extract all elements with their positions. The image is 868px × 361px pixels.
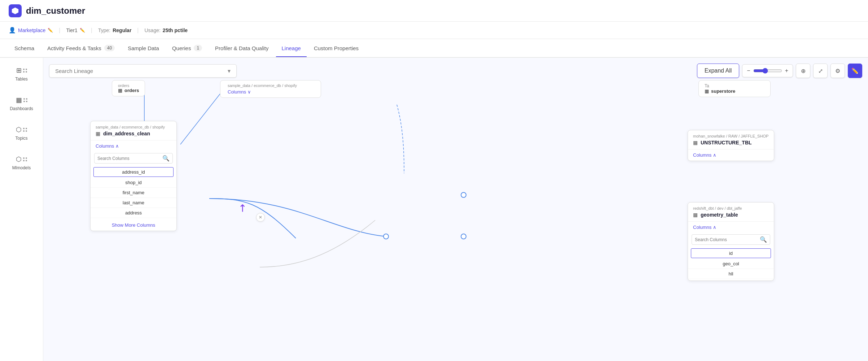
orders-node-partial: orders ▦ orders [112,80,145,96]
zoom-slider[interactable] [753,68,782,74]
arrow-indicator: ↗ [235,201,250,216]
edit-button[interactable]: ✏️ [848,64,862,78]
unstructure-chevron: ∧ [713,152,716,158]
column-hll: hll [688,269,774,279]
tier-meta: Tier1 ✏️ [66,27,85,33]
close-edge-button[interactable]: ✕ [256,213,265,222]
mlmodels-label: Mlmodels [12,165,31,170]
owner-edit-icon[interactable]: ✏️ [48,28,53,33]
unstructure-title: UNSTRUCTURE_TBL [701,140,752,145]
settings-icon: ⚙ [835,68,840,74]
unstructure-columns-toggle[interactable]: Columns ∧ [688,149,774,161]
search-columns-icon: 🔍 [162,155,170,162]
unstructure-header: mohan_snowfalke / RAW / JAFFLE_SHOP ▦ UN… [688,130,774,149]
search-dropdown-icon: ▾ [228,68,231,74]
sidebar-item-mlmodels[interactable]: ⬡ Mlmodels [8,152,35,173]
edit-icon: ✏️ [851,68,859,74]
tab-activity[interactable]: Activity Feeds & Tasks 40 [41,40,120,57]
dim-address-search-input[interactable] [97,156,160,161]
ta-subtitle: superstore [711,88,735,94]
sidebar-item-dashboards[interactable]: ▦ Dashboards [5,93,38,114]
usage-value: 25th pctile [163,27,188,33]
svg-point-6 [461,234,466,239]
geometry-table-node: redshift_dbt / dev / dbt_jaffe ▦ geometr… [688,202,774,281]
tab-schema[interactable]: Schema [9,40,40,57]
lineage-toolbar: ▾ Expand All − + ⊕ ⤢ ⚙ ✏️ [49,64,862,78]
geometry-search-icon: 🔍 [760,236,767,243]
divider-2: | [91,27,92,34]
geometry-columns-toggle[interactable]: Columns ∧ [688,222,774,233]
partial-top-right-node: Ta ▦ superstore [698,80,771,97]
lineage-canvas: ▾ Expand All − + ⊕ ⤢ ⚙ ✏️ [43,58,868,361]
dim-address-path: sample_data / ecommerce_db / shopify [96,125,171,129]
tier-edit-icon[interactable]: ✏️ [80,28,85,33]
column-first-name: first_name [91,188,176,198]
main-area: ⊞ Tables ▦ Dashboards ⬡ [0,58,868,361]
ta-title: Ta [705,83,764,88]
topics-icons: ⬡ [16,126,27,134]
orders-title: orders [124,88,139,93]
column-id: id [691,248,771,258]
tables-label: Tables [15,77,28,82]
mlmodels-dots [23,157,27,161]
dashboards-label: Dashboards [10,106,33,111]
type-value: Regular [113,27,131,33]
tab-sample[interactable]: Sample Data [122,40,165,57]
dim-address-columns-toggle[interactable]: Columns ∧ [91,140,176,152]
shopify-path: sample_data / ecommerce_db / shopify [228,83,314,88]
geometry-icon: ▦ [693,212,698,218]
dim-address-search-box[interactable]: 🔍 [94,153,173,164]
tab-lineage[interactable]: Lineage [276,40,307,57]
activity-badge: 40 [104,45,115,51]
logo-icon [9,4,22,17]
settings-button[interactable]: ⚙ [830,64,845,78]
column-last-name: last_name [91,198,176,208]
expand-button[interactable]: ⤢ [813,64,828,78]
shopify-columns-toggle[interactable]: Columns ∨ [228,89,251,95]
sidebar-item-tables[interactable]: ⊞ Tables [11,64,32,84]
columns-chevron-up: ∧ [115,143,119,149]
geometry-header: redshift_dbt / dev / dbt_jaffe ▦ geometr… [688,203,774,222]
tab-queries[interactable]: Queries 1 [166,40,208,57]
topics-label: Topics [15,136,27,141]
page-title: dim_customer [26,6,85,16]
tab-custom[interactable]: Custom Properties [308,40,364,57]
type-meta: Type: Regular [98,27,131,33]
shopify-node-partial: sample_data / ecommerce_db / shopify Col… [220,80,321,98]
dim-address-clean-node: sample_data / ecommerce_db / shopify ▦ d… [90,121,177,231]
focus-button[interactable]: ⊕ [796,64,810,78]
svg-point-5 [461,192,466,197]
expand-icon: ⤢ [818,68,823,74]
geometry-search-box[interactable]: 🔍 [692,234,770,245]
zoom-out-button[interactable]: − [747,68,750,74]
svg-line-2 [180,94,220,144]
type-label: Type: [98,27,110,33]
dashboards-icons: ▦ [16,96,27,104]
tables-icons: ⊞ [16,66,27,74]
unstructure-path: mohan_snowfalke / RAW / JAFFLE_SHOP [693,134,769,138]
tab-profiler[interactable]: Profiler & Data Quality [209,40,274,57]
nav-tabs: Schema Activity Feeds & Tasks 40 Sample … [0,39,868,58]
show-more-columns[interactable]: Show More Columns [91,219,176,231]
search-lineage-box[interactable]: ▾ [49,64,237,78]
zoom-control: − + [742,64,793,77]
dashboard-icon: ▦ [16,96,22,104]
queries-badge: 1 [194,45,202,51]
owner-link[interactable]: Marketplace [18,27,45,33]
column-geo-col: geo_col [688,259,774,269]
geometry-search-input[interactable] [695,237,758,242]
search-lineage-input[interactable] [55,68,225,74]
dim-address-title: dim_address_clean [103,131,150,136]
top-header: dim_customer [0,0,868,22]
expand-all-button[interactable]: Expand All [697,64,740,78]
divider-3: | [137,27,139,34]
usage-label: Usage: [145,27,161,33]
topics-icon: ⬡ [16,126,22,134]
sidebar-item-topics[interactable]: ⬡ Topics [11,123,32,144]
table-icon: ⊞ [16,66,22,74]
dim-address-column-list: address_id shop_id first_name last_name … [91,165,176,219]
column-shop-id: shop_id [91,178,176,188]
meta-bar: 👤 Marketplace ✏️ | Tier1 ✏️ | Type: Regu… [0,22,868,39]
zoom-in-button[interactable]: + [785,68,788,74]
ta-icon: ▦ [705,88,709,94]
